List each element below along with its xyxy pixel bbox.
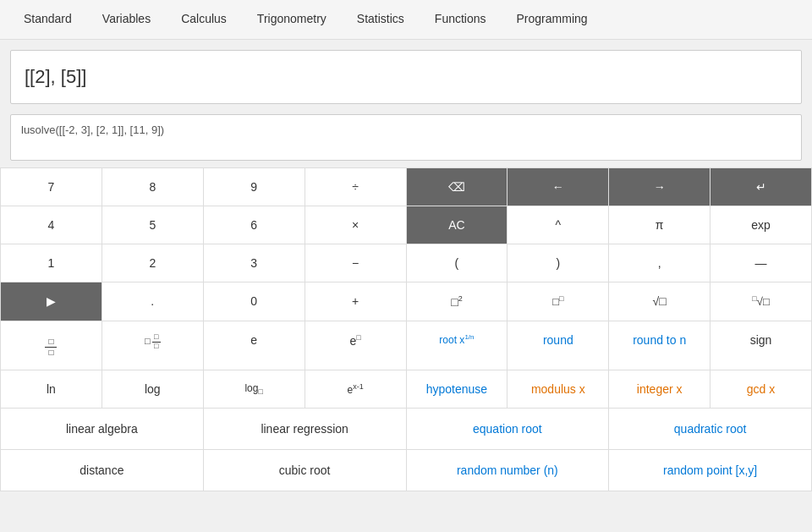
btn-distance[interactable]: distance [1, 450, 204, 491]
btn-ex-1[interactable]: ex-1 [305, 370, 407, 409]
btn-mixed-fraction[interactable]: □□□ [102, 321, 204, 370]
top-navigation: Standard Variables Calculus Trigonometry… [0, 0, 812, 40]
right-arrow-icon: → [654, 180, 666, 194]
btn-7[interactable]: 7 [1, 168, 102, 206]
result-display: [[2], [5]] [10, 50, 802, 104]
nav-programming[interactable]: Programming [502, 0, 603, 39]
btn-superscript[interactable]: □□ [508, 282, 609, 321]
btn-hypotenuse[interactable]: hypotenuse [407, 370, 508, 409]
btn-round-to-n[interactable]: round to n [609, 321, 710, 370]
btn-fraction[interactable]: □□ [1, 321, 102, 370]
btn-integer[interactable]: integer x [609, 370, 710, 409]
nav-functions[interactable]: Functions [420, 0, 502, 39]
btn-equation-root[interactable]: equation root [407, 409, 610, 450]
btn-close-paren[interactable]: ) [508, 244, 609, 282]
submit-icon: ▶ [47, 294, 56, 308]
nav-variables[interactable]: Variables [87, 0, 166, 39]
btn-submit[interactable]: ▶ [1, 282, 102, 321]
btn-divide[interactable]: ÷ [305, 168, 407, 206]
calculator-grid: 7 8 9 ÷ ⌫ ← → ↵ 4 5 6 × AC ^ π exp 1 2 3… [0, 167, 812, 409]
btn-dash[interactable]: — [710, 244, 812, 282]
nav-statistics[interactable]: Statistics [342, 0, 420, 39]
btn-multiply[interactable]: × [305, 206, 407, 244]
mixed-fraction-icon: □□□ [145, 336, 161, 346]
btn-left[interactable]: ← [508, 168, 609, 206]
btn-ln[interactable]: ln [1, 370, 102, 409]
btn-sqrt[interactable]: √□ [609, 282, 710, 321]
btn-3[interactable]: 3 [204, 244, 305, 282]
fraction-icon: □□ [45, 337, 57, 358]
btn-root-nth[interactable]: root x1/n [407, 321, 508, 370]
btn-round[interactable]: round [508, 321, 609, 370]
btn-power[interactable]: ^ [508, 206, 609, 244]
btn-ac[interactable]: AC [407, 206, 508, 244]
btn-linear-regression[interactable]: linear regression [204, 409, 407, 450]
btn-dot[interactable]: . [102, 282, 204, 321]
btn-e-power[interactable]: e□ [305, 321, 407, 370]
btn-random-point[interactable]: random point [x,y] [609, 450, 812, 491]
btn-9[interactable]: 9 [204, 168, 305, 206]
btn-log[interactable]: log [102, 370, 204, 409]
btn-nth-root[interactable]: □√□ [710, 282, 812, 321]
btn-1[interactable]: 1 [1, 244, 102, 282]
enter-icon: ↵ [756, 180, 766, 194]
btn-2[interactable]: 2 [102, 244, 204, 282]
btn-comma[interactable]: , [609, 244, 710, 282]
btn-quadratic-root[interactable]: quadratic root [609, 409, 812, 450]
btn-pi[interactable]: π [609, 206, 710, 244]
btn-logn[interactable]: log□ [204, 370, 305, 409]
btn-exp[interactable]: exp [710, 206, 812, 244]
btn-enter[interactable]: ↵ [710, 168, 812, 206]
function-grid: linear algebra linear regression equatio… [0, 409, 812, 491]
btn-open-paren[interactable]: ( [407, 244, 508, 282]
backspace-icon: ⌫ [448, 180, 465, 194]
left-arrow-icon: ← [552, 180, 564, 194]
btn-linear-algebra[interactable]: linear algebra [1, 409, 204, 450]
expression-display: lusolve([[-2, 3], [2, 1]], [11, 9]) [10, 114, 802, 161]
btn-4[interactable]: 4 [1, 206, 102, 244]
btn-6[interactable]: 6 [204, 206, 305, 244]
btn-backspace[interactable]: ⌫ [407, 168, 508, 206]
nav-calculus[interactable]: Calculus [166, 0, 242, 39]
btn-random-number[interactable]: random number (n) [407, 450, 610, 491]
btn-right[interactable]: → [609, 168, 710, 206]
btn-0[interactable]: 0 [204, 282, 305, 321]
btn-8[interactable]: 8 [102, 168, 204, 206]
btn-modulus[interactable]: modulus x [508, 370, 609, 409]
nav-standard[interactable]: Standard [8, 0, 87, 39]
btn-plus[interactable]: + [305, 282, 407, 321]
btn-e[interactable]: e [204, 321, 305, 370]
btn-cubic-root[interactable]: cubic root [204, 450, 407, 491]
btn-5[interactable]: 5 [102, 206, 204, 244]
btn-sign[interactable]: sign [710, 321, 812, 370]
btn-square[interactable]: □2 [407, 282, 508, 321]
nav-trigonometry[interactable]: Trigonometry [242, 0, 342, 39]
btn-minus[interactable]: − [305, 244, 407, 282]
btn-gcd[interactable]: gcd x [710, 370, 812, 409]
